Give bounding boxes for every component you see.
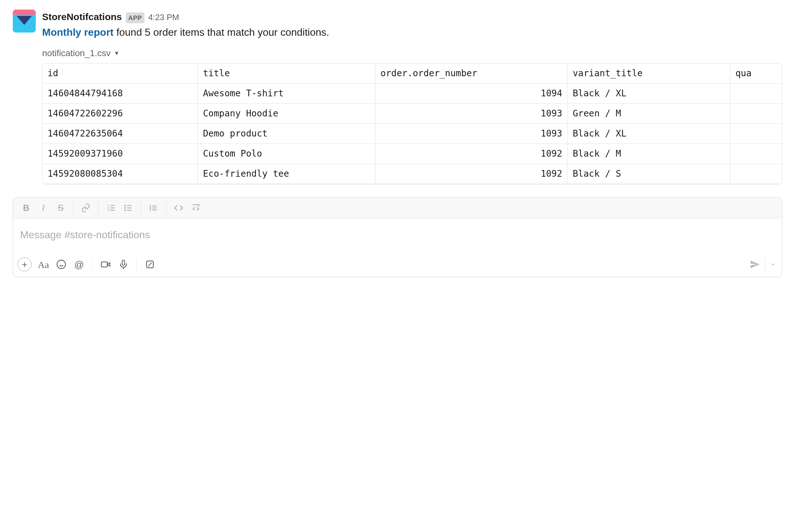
cell-id: 14604722635064 — [42, 124, 198, 144]
blockquote-icon[interactable] — [146, 201, 161, 215]
emoji-icon[interactable] — [53, 256, 69, 272]
table-row: 14604722635064 Demo product 1093 Black /… — [42, 124, 782, 144]
send-options-chevron-icon[interactable] — [765, 258, 777, 271]
cell-title: Company Hoodie — [198, 104, 375, 124]
svg-rect-23 — [122, 260, 125, 265]
ordered-list-icon[interactable]: 123 — [104, 201, 118, 215]
message: StoreNotifcations APP 4:23 PM Monthly re… — [6, 6, 789, 188]
cell-ordernum: 1093 — [375, 104, 568, 124]
microphone-icon[interactable] — [115, 256, 131, 272]
filename-text: notification_1.csv — [42, 46, 111, 60]
cell-qty — [730, 104, 782, 124]
composer-toolbar: B I S 123 — [13, 197, 782, 219]
code-block-icon[interactable] — [189, 201, 203, 215]
cell-ordernum: 1093 — [375, 124, 568, 144]
file-attachment: notification_1.csv ▼ id title order — [42, 45, 782, 184]
col-header: order.order_number — [375, 63, 568, 83]
chevron-down-icon: ▼ — [114, 49, 120, 58]
table-row: 14592080085304 Eco-friendly tee 1092 Bla… — [42, 164, 782, 184]
cell-id: 14604844794168 — [42, 83, 198, 104]
svg-rect-21 — [101, 262, 108, 267]
message-timestamp: 4:23 PM — [148, 11, 179, 24]
col-header: id — [42, 63, 198, 83]
cell-variant: Green / M — [568, 104, 730, 124]
cell-ordernum: 1094 — [375, 83, 568, 104]
cell-qty — [730, 83, 782, 104]
cell-ordernum: 1092 — [375, 144, 568, 164]
report-link[interactable]: Monthly report — [42, 26, 114, 38]
separator — [73, 202, 73, 214]
video-icon[interactable] — [98, 256, 114, 272]
cell-id: 14592009371960 — [42, 144, 198, 164]
shortcuts-icon[interactable] — [142, 256, 158, 272]
cell-qty — [730, 164, 782, 184]
separator — [166, 202, 166, 214]
svg-point-13 — [125, 210, 126, 211]
cell-id: 14592080085304 — [42, 164, 198, 184]
svg-line-26 — [148, 263, 152, 266]
cell-title: Custom Polo — [198, 144, 375, 164]
message-header: StoreNotifcations APP 4:23 PM — [42, 10, 782, 24]
cell-qty — [730, 144, 782, 164]
svg-point-12 — [125, 208, 126, 209]
separator — [136, 258, 137, 270]
strikethrough-icon[interactable]: S — [53, 201, 68, 215]
message-rest: found 5 order items that match your cond… — [114, 26, 329, 38]
table-row: 14604722602296 Company Hoodie 1093 Green… — [42, 104, 782, 124]
separator — [92, 258, 93, 270]
cell-qty — [730, 124, 782, 144]
cell-variant: Black / XL — [568, 124, 730, 144]
svg-rect-0 — [13, 10, 36, 15]
mention-icon[interactable]: @ — [71, 256, 87, 272]
message-composer: B I S 123 Message #store-notifications +… — [13, 197, 782, 277]
table-header-row: id title order.order_number variant_titl… — [42, 63, 782, 83]
svg-point-18 — [57, 260, 66, 269]
col-header: title — [198, 63, 375, 83]
composer-actions: + Aa @ — [13, 254, 782, 277]
csv-preview-table: id title order.order_number variant_titl… — [42, 63, 782, 184]
app-avatar — [13, 10, 36, 33]
cell-ordernum: 1092 — [375, 164, 568, 184]
cell-title: Eco-friendly tee — [198, 164, 375, 184]
bold-icon[interactable]: B — [19, 201, 34, 215]
message-input[interactable]: Message #store-notifications — [13, 219, 782, 254]
col-header: variant_title — [568, 63, 730, 83]
attachment-filename[interactable]: notification_1.csv ▼ — [42, 46, 120, 60]
cell-variant: Black / XL — [568, 83, 730, 104]
cell-id: 14604722602296 — [42, 104, 198, 124]
cell-title: Awesome T-shirt — [198, 83, 375, 104]
link-icon[interactable] — [78, 201, 93, 215]
sender-name[interactable]: StoreNotifcations — [42, 10, 122, 24]
svg-point-11 — [125, 205, 126, 206]
cell-title: Demo product — [198, 124, 375, 144]
code-icon[interactable] — [171, 201, 186, 215]
cell-variant: Black / M — [568, 144, 730, 164]
message-text: Monthly report found 5 order items that … — [42, 24, 782, 40]
cell-variant: Black / S — [568, 164, 730, 184]
separator — [141, 202, 141, 214]
table-row: 14592009371960 Custom Polo 1092 Black / … — [42, 144, 782, 164]
separator — [98, 202, 99, 214]
plus-icon[interactable]: + — [18, 258, 32, 271]
bullet-list-icon[interactable] — [121, 201, 136, 215]
table-row: 14604844794168 Awesome T-shirt 1094 Blac… — [42, 83, 782, 104]
send-icon[interactable] — [747, 256, 763, 272]
italic-icon[interactable]: I — [36, 201, 51, 215]
app-badge: APP — [126, 13, 145, 23]
formatting-icon[interactable]: Aa — [35, 256, 51, 272]
col-header: qua — [730, 63, 782, 83]
svg-text:3: 3 — [108, 209, 109, 212]
